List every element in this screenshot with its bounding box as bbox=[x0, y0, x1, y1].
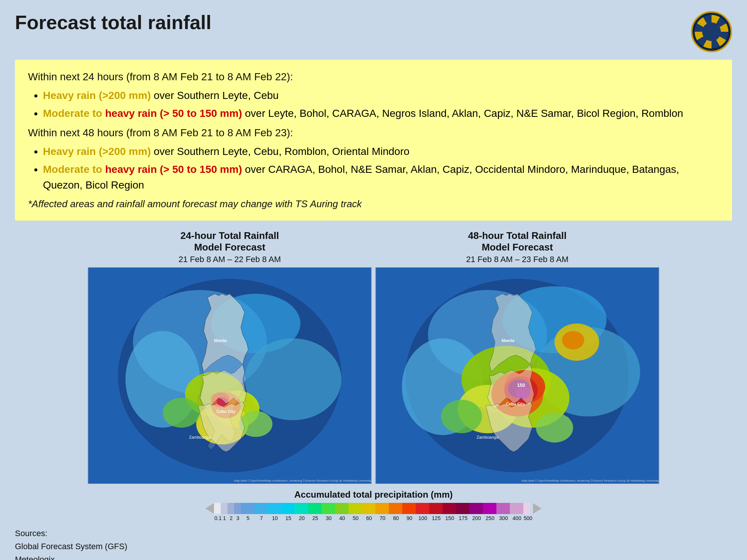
section-48h-list: Heavy rain (>200 mm) over Southern Leyte… bbox=[43, 144, 719, 193]
svg-point-33 bbox=[562, 331, 585, 349]
svg-text:Zamboanga: Zamboanga bbox=[189, 435, 211, 439]
bullet-48h-heavy: Heavy rain (>200 mm) over Southern Leyte… bbox=[43, 144, 719, 159]
svg-text:Manila: Manila bbox=[502, 338, 515, 343]
page-title: Forecast total rainfall bbox=[15, 11, 211, 34]
maps-row: 24-hour Total RainfallModel Forecast 21 … bbox=[15, 230, 732, 484]
map-24h-subtitle: 21 Feb 8 AM – 22 Feb 8 AM bbox=[179, 255, 281, 264]
map-48h-subtitle: 21 Feb 8 AM – 23 Feb 8 AM bbox=[466, 255, 568, 264]
svg-marker-42 bbox=[533, 503, 542, 514]
sources-text: Sources: Global Forecast System (GFS) Me… bbox=[15, 527, 127, 560]
organization-logo bbox=[691, 11, 732, 52]
svg-point-34 bbox=[441, 400, 482, 433]
bullet-24h-heavy: Heavy rain (>200 mm) over Southern Leyte… bbox=[43, 88, 719, 103]
map-24h-title: 24-hour Total RainfallModel Forecast bbox=[180, 230, 279, 253]
svg-text:Manila: Manila bbox=[214, 338, 227, 343]
section-24h-list: Heavy rain (>200 mm) over Southern Leyte… bbox=[43, 88, 719, 121]
legend-arrow-left bbox=[205, 503, 214, 514]
footer-section: Sources: Global Forecast System (GFS) Me… bbox=[15, 527, 732, 560]
svg-text:Zamboanga: Zamboanga bbox=[477, 435, 499, 439]
svg-text:Cebu City: Cebu City bbox=[216, 409, 236, 414]
color-bar bbox=[214, 503, 533, 514]
svg-text:150: 150 bbox=[517, 382, 525, 388]
bullet-48h-moderate: Moderate to heavy rain (> 50 to 150 mm) … bbox=[43, 162, 719, 193]
section-48h-header: Within next 48 hours (from 8 AM Feb 21 t… bbox=[28, 125, 719, 141]
map-48h-image: Map data © OpenStreetMap contributors, r… bbox=[375, 267, 659, 484]
legend-title: Accumulated total precipitation (mm) bbox=[294, 489, 453, 500]
svg-text:Cebu City: Cebu City bbox=[506, 402, 525, 406]
legend-section: Accumulated total precipitation (mm) bbox=[15, 489, 732, 521]
svg-text:Map data © OpenStreetMap contr: Map data © OpenStreetMap contributors, r… bbox=[234, 479, 371, 482]
svg-text:Map data © OpenStreetMap contr: Map data © OpenStreetMap contributors, r… bbox=[522, 479, 659, 482]
map-24h-container: 24-hour Total RainfallModel Forecast 21 … bbox=[88, 230, 372, 484]
map-48h-container: 48-hour Total RainfallModel Forecast 21 … bbox=[375, 230, 659, 484]
map-48h-title: 48-hour Total RainfallModel Forecast bbox=[468, 230, 567, 253]
legend-bar-wrapper: 0.1 1 2 3 5 7 10 15 20 25 30 40 50 60 70… bbox=[205, 503, 542, 521]
bullet-24h-moderate: Moderate to heavy rain (> 50 to 150 mm) … bbox=[43, 106, 719, 121]
map-24h-image: Map data © OpenStreetMap contributors, r… bbox=[88, 267, 372, 484]
svg-point-35 bbox=[536, 413, 573, 443]
disclaimer-text: *Affected areas and rainfall amount fore… bbox=[28, 197, 719, 211]
legend-numbers: 0.1 1 2 3 5 7 10 15 20 25 30 40 50 60 70… bbox=[205, 515, 542, 521]
svg-point-13 bbox=[239, 411, 273, 437]
legend-arrow-right bbox=[533, 503, 542, 514]
forecast-info-box: Within next 24 hours (from 8 AM Feb 21 t… bbox=[15, 60, 732, 221]
section-24h-header: Within next 24 hours (from 8 AM Feb 21 t… bbox=[28, 69, 719, 85]
svg-point-12 bbox=[163, 398, 200, 428]
svg-marker-41 bbox=[205, 503, 214, 514]
